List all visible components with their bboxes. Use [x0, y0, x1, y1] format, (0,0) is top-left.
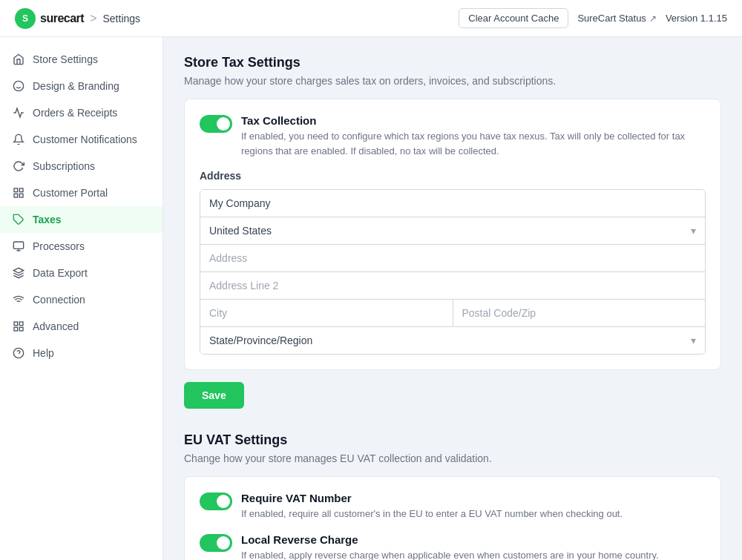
svg-rect-15	[19, 327, 23, 331]
logo-icon: S	[15, 8, 36, 29]
sidebar-item-subscriptions[interactable]: Subscriptions	[0, 153, 162, 179]
sidebar: Store Settings Design & Branding Orders …	[0, 37, 163, 560]
toggle-thumb	[217, 536, 230, 550]
local-reverse-info: Local Reverse Charge If enabled, apply r…	[241, 533, 659, 561]
country-row: United States	[200, 217, 705, 245]
external-link-icon: ↗	[649, 13, 657, 24]
sidebar-item-label: Help	[33, 347, 54, 359]
company-row	[200, 190, 705, 217]
country-select[interactable]: United States	[200, 217, 705, 244]
postal-input[interactable]	[453, 300, 706, 326]
tax-collection-info: Tax Collection If enabled, you need to c…	[241, 114, 706, 158]
header: S surecart > Settings Clear Account Cach…	[0, 0, 742, 37]
version-label: Version 1.1.15	[666, 13, 727, 24]
svg-rect-4	[19, 188, 23, 192]
store-tax-title: Store Tax Settings	[184, 55, 721, 70]
city-input[interactable]	[200, 300, 453, 326]
state-select[interactable]: State/Province/Region	[200, 327, 705, 354]
company-input[interactable]	[200, 190, 705, 217]
address2-row	[200, 272, 705, 300]
sidebar-item-label: Advanced	[33, 320, 79, 332]
tax-collection-label: Tax Collection	[241, 114, 706, 127]
toggle-track[interactable]	[200, 534, 232, 552]
svg-rect-6	[14, 194, 18, 197]
sidebar-item-label: Data Export	[33, 267, 88, 279]
address2-input[interactable]	[200, 272, 705, 299]
eu-vat-description: Change how your store manages EU VAT col…	[184, 452, 721, 464]
sidebar-item-taxes[interactable]: Taxes	[0, 206, 162, 233]
sidebar-item-label: Subscriptions	[33, 160, 95, 172]
svg-point-0	[13, 81, 23, 90]
help-icon	[12, 346, 25, 360]
store-tax-card: Tax Collection If enabled, you need to c…	[184, 99, 721, 370]
sidebar-item-customer-notifications[interactable]: Customer Notifications	[0, 126, 162, 153]
bell-icon	[12, 133, 25, 146]
sidebar-item-connection[interactable]: Connection	[0, 286, 162, 313]
require-vat-info: Require VAT Number If enabled, require a…	[241, 492, 623, 521]
sidebar-item-orders-receipts[interactable]: Orders & Receipts	[0, 99, 162, 126]
palette-icon	[12, 79, 25, 93]
sidebar-item-label: Customer Notifications	[33, 134, 137, 145]
logo-text: surecart	[40, 12, 84, 25]
header-left: S surecart > Settings	[15, 8, 140, 29]
eu-vat-title: EU VAT Settings	[184, 432, 721, 448]
require-vat-label: Require VAT Number	[241, 492, 623, 504]
tax-collection-desc: If enabled, you need to configure which …	[241, 129, 706, 158]
connection-icon	[12, 293, 25, 306]
breadcrumb-current: Settings	[103, 13, 141, 24]
local-reverse-label: Local Reverse Charge	[241, 533, 659, 546]
portal-icon	[12, 186, 25, 200]
sidebar-item-store-settings[interactable]: Store Settings	[0, 46, 162, 73]
city-postal-row	[200, 300, 705, 327]
svg-rect-3	[14, 188, 18, 192]
tax-collection-row: Tax Collection If enabled, you need to c…	[200, 114, 706, 158]
save-button[interactable]: Save	[184, 382, 244, 409]
require-vat-toggle[interactable]	[200, 493, 232, 510]
require-vat-desc: If enabled, require all customer's in th…	[241, 507, 623, 521]
address-input[interactable]	[200, 245, 705, 271]
sidebar-item-label: Processors	[33, 240, 85, 252]
sidebar-item-design-branding[interactable]: Design & Branding	[0, 73, 162, 99]
sidebar-item-label: Orders & Receipts	[33, 107, 117, 119]
sidebar-item-data-export[interactable]: Data Export	[0, 260, 162, 286]
svg-marker-11	[13, 268, 23, 273]
breadcrumb-separator: >	[90, 12, 96, 25]
address-label: Address	[200, 170, 706, 182]
store-icon	[12, 53, 25, 66]
sidebar-item-label: Customer Portal	[33, 187, 108, 199]
state-row: State/Province/Region	[200, 327, 705, 354]
sidebar-item-processors[interactable]: Processors	[0, 233, 162, 260]
sidebar-item-advanced[interactable]: Advanced	[0, 313, 162, 340]
surecart-status-label: SureCart Status	[577, 13, 646, 24]
require-vat-row: Require VAT Number If enabled, require a…	[200, 492, 706, 521]
store-tax-section: Store Tax Settings Manage how your store…	[184, 55, 721, 409]
local-reverse-desc: If enabled, apply reverse charge when ap…	[241, 548, 659, 561]
eu-vat-section: EU VAT Settings Change how your store ma…	[184, 432, 721, 560]
tax-collection-toggle[interactable]	[200, 115, 232, 133]
clear-cache-button[interactable]: Clear Account Cache	[459, 8, 568, 28]
address-row	[200, 245, 705, 272]
sidebar-item-help[interactable]: Help	[0, 340, 162, 366]
svg-rect-13	[14, 322, 18, 326]
sidebar-item-label: Taxes	[33, 214, 62, 225]
svg-rect-8	[13, 242, 23, 248]
main-content: Store Tax Settings Manage how your store…	[163, 37, 742, 560]
toggle-thumb	[217, 495, 230, 508]
tag-icon	[12, 213, 25, 226]
sidebar-item-label: Store Settings	[33, 53, 98, 65]
logo: S surecart	[15, 8, 84, 29]
toggle-track[interactable]	[200, 115, 232, 133]
local-reverse-row: Local Reverse Charge If enabled, apply r…	[200, 533, 706, 561]
toggle-track[interactable]	[200, 493, 232, 510]
svg-rect-16	[14, 327, 18, 331]
svg-rect-14	[19, 322, 23, 326]
layers-icon	[12, 266, 25, 280]
local-reverse-toggle[interactable]	[200, 534, 232, 552]
sidebar-item-customer-portal[interactable]: Customer Portal	[0, 179, 162, 206]
toggle-thumb	[217, 117, 230, 131]
header-right: Clear Account Cache SureCart Status ↗ Ve…	[459, 8, 727, 28]
svg-rect-5	[19, 194, 23, 197]
sidebar-item-label: Design & Branding	[33, 80, 119, 92]
surecart-status-link[interactable]: SureCart Status ↗	[577, 13, 657, 24]
address-fields: United States State/	[200, 189, 706, 355]
